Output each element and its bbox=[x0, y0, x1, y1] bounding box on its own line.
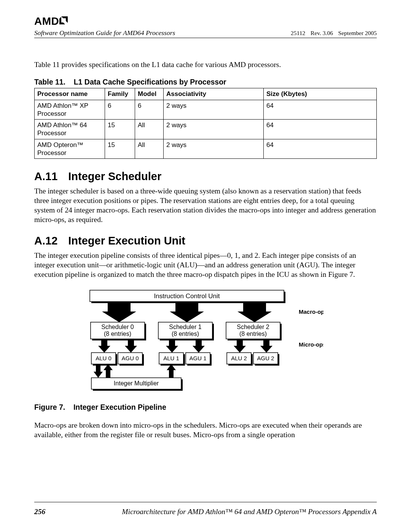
section-title: Integer Scheduler bbox=[68, 170, 161, 182]
th-assoc: Associativity bbox=[164, 88, 264, 100]
macro-ops-label: Macro-ops bbox=[299, 308, 323, 315]
sched-sublabel: (8 entries) bbox=[104, 331, 131, 337]
amd-arrow-icon bbox=[59, 15, 68, 27]
footer-rule bbox=[34, 502, 377, 502]
footer-text: Microarchitecture for AMD Athlon™ 64 and… bbox=[122, 508, 377, 516]
sched-sublabel: (8 entries) bbox=[172, 331, 199, 337]
page-number: 256 bbox=[34, 508, 45, 516]
svg-marker-29 bbox=[94, 364, 103, 378]
th-family: Family bbox=[105, 88, 135, 100]
cell-model: All bbox=[135, 120, 164, 139]
icu-label: Instruction Control Unit bbox=[154, 292, 220, 300]
intro-paragraph: Table 11 provides specifications on the … bbox=[34, 60, 377, 69]
section-title: Integer Execution Unit bbox=[68, 235, 185, 247]
amd-logo: AMD bbox=[34, 15, 377, 27]
table-caption-title: L1 Data Cache Specifications by Processo… bbox=[74, 78, 226, 86]
doc-date: September 2005 bbox=[338, 30, 377, 36]
cell-model: 6 bbox=[135, 100, 164, 120]
cell-size: 64 bbox=[264, 139, 377, 159]
figure-caption-no: Figure 7. bbox=[34, 403, 65, 411]
cell-family: 15 bbox=[105, 139, 135, 159]
section-a12-body2: Macro-ops are broken down into micro-ops… bbox=[34, 421, 377, 440]
section-no: A.11 bbox=[34, 170, 57, 183]
section-no: A.12 bbox=[34, 235, 57, 247]
unit-label: ALU 2 bbox=[231, 355, 247, 361]
amd-logo-text: AMD bbox=[34, 15, 59, 27]
doc-rev: Rev. 3.06 bbox=[311, 30, 333, 36]
unit-label: AGU 0 bbox=[121, 355, 139, 361]
running-footer: 256 Microarchitecture for AMD Athlon™ 64… bbox=[34, 508, 377, 516]
exec-unit-boxes: ALU 0 AGU 0 ALU 1 AGU 1 ALU 2 AGU 2 bbox=[91, 353, 279, 366]
cell-size: 64 bbox=[264, 100, 377, 120]
table-row: AMD Athlon™ XP Processor 6 6 2 ways 64 bbox=[35, 100, 377, 120]
cell-name: AMD Athlon™ 64 Processor bbox=[35, 120, 105, 139]
micro-arrows bbox=[98, 339, 272, 353]
cell-model: All bbox=[135, 139, 164, 159]
svg-marker-4 bbox=[237, 302, 272, 322]
svg-marker-30 bbox=[104, 364, 113, 378]
macro-arrows bbox=[102, 302, 272, 322]
table-caption-no: Table 11. bbox=[34, 78, 65, 86]
table-header-row: Processor name Family Model Associativit… bbox=[35, 88, 377, 100]
unit-label: AGU 1 bbox=[189, 355, 206, 361]
section-a11-heading: A.11Integer Scheduler bbox=[34, 170, 377, 183]
table-row: AMD Athlon™ 64 Processor 15 All 2 ways 6… bbox=[35, 120, 377, 139]
th-size: Size (Kbytes) bbox=[264, 88, 377, 100]
section-a12-body: The integer execution pipeline consists … bbox=[34, 251, 377, 280]
micro-ops-label: Micro-ops bbox=[299, 341, 323, 348]
svg-marker-2 bbox=[102, 302, 136, 322]
scheduler-boxes: Scheduler 0 (8 entries) Scheduler 1 (8 e… bbox=[91, 322, 282, 340]
sched-label: Scheduler 2 bbox=[237, 324, 269, 330]
multiplier-label: Integer Multiplier bbox=[114, 380, 159, 387]
sched-sublabel: (8 entries) bbox=[239, 331, 267, 337]
sched-label: Scheduler 0 bbox=[101, 324, 134, 330]
figure-7: Instruction Control Unit Macro-ops Sched… bbox=[34, 289, 377, 400]
svg-marker-12 bbox=[125, 339, 137, 353]
doc-number: 25112 bbox=[291, 30, 305, 36]
svg-marker-14 bbox=[193, 339, 205, 353]
mult-arrows bbox=[94, 364, 176, 378]
svg-marker-16 bbox=[260, 339, 272, 353]
table-row: AMD Opteron™ Processor 15 All 2 ways 64 bbox=[35, 139, 377, 159]
svg-marker-15 bbox=[234, 339, 246, 353]
cell-family: 6 bbox=[105, 100, 135, 120]
cell-size: 64 bbox=[264, 120, 377, 139]
svg-marker-3 bbox=[170, 302, 204, 322]
spec-table: Processor name Family Model Associativit… bbox=[34, 88, 377, 159]
doc-title: Software Optimization Guide for AMD64 Pr… bbox=[34, 29, 175, 37]
section-a11-body: The integer scheduler is based on a thre… bbox=[34, 187, 377, 225]
svg-marker-31 bbox=[167, 364, 176, 378]
sched-label: Scheduler 1 bbox=[169, 324, 201, 330]
figure-caption: Figure 7. Integer Execution Pipeline bbox=[34, 403, 377, 412]
section-a12-heading: A.12Integer Execution Unit bbox=[34, 235, 377, 247]
svg-marker-13 bbox=[166, 339, 178, 353]
unit-label: AGU 2 bbox=[257, 355, 274, 361]
table-caption: Table 11. L1 Data Cache Specifications b… bbox=[34, 78, 377, 86]
cell-assoc: 2 ways bbox=[164, 120, 264, 139]
running-header: Software Optimization Guide for AMD64 Pr… bbox=[34, 29, 377, 38]
unit-label: ALU 1 bbox=[163, 355, 179, 361]
th-processor: Processor name bbox=[35, 88, 105, 100]
svg-marker-11 bbox=[98, 339, 110, 353]
cell-assoc: 2 ways bbox=[164, 139, 264, 159]
th-model: Model bbox=[135, 88, 164, 100]
doc-meta: 25112 Rev. 3.06 September 2005 bbox=[287, 30, 377, 37]
figure-caption-title: Integer Execution Pipeline bbox=[73, 403, 166, 411]
cell-name: AMD Opteron™ Processor bbox=[35, 139, 105, 159]
cell-assoc: 2 ways bbox=[164, 100, 264, 120]
cell-family: 15 bbox=[105, 120, 135, 139]
cell-name: AMD Athlon™ XP Processor bbox=[35, 100, 105, 120]
unit-label: ALU 0 bbox=[96, 355, 112, 361]
